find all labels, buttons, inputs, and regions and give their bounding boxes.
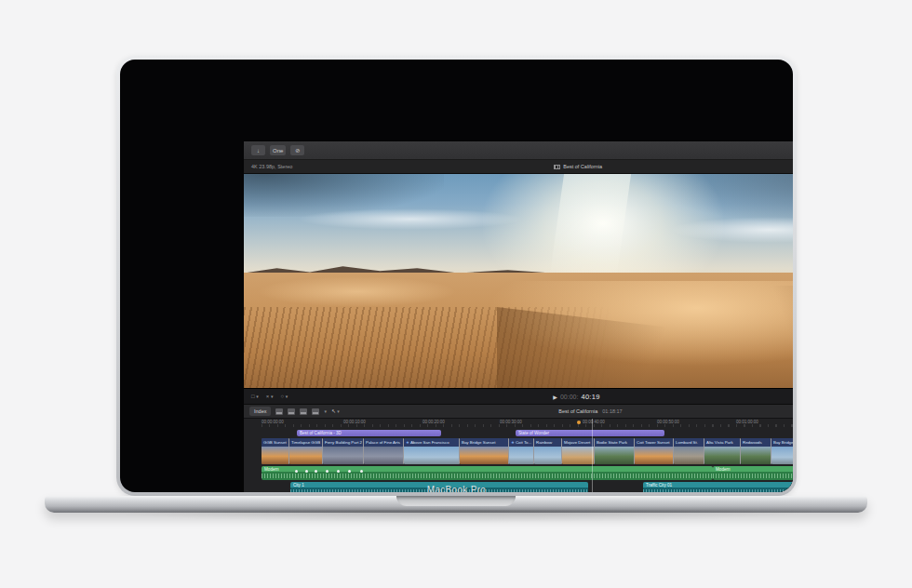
video-clip[interactable]: ★Above San Francisco xyxy=(404,438,460,464)
video-clip-name: Redwoods xyxy=(741,438,771,447)
timeline-duration: 01:18:17 xyxy=(602,408,622,414)
video-clip-name: Ferry Building Part 2 xyxy=(323,438,363,447)
video-clip-name: Bay Bridge Sunset xyxy=(460,438,508,447)
keyframe-dot[interactable] xyxy=(348,470,351,473)
insert-edit-icon[interactable] xyxy=(288,408,295,415)
transport-bar: □ ▾ × ▾ ○ ▾ ▶ 00:00:40:19 ⤢ xyxy=(244,388,793,404)
video-clip-thumbnail xyxy=(704,447,740,464)
video-clip-thumbnail xyxy=(262,447,288,464)
select-tool-menu[interactable]: ↖ ▾ xyxy=(331,408,340,414)
video-clip[interactable]: Lombard St. xyxy=(674,438,704,464)
video-clip-thumbnail xyxy=(460,447,508,464)
video-clip-name: Mojave Desert xyxy=(562,438,594,447)
video-clip-thumbnail xyxy=(771,447,793,464)
favorite-star-icon: ★ xyxy=(406,440,409,445)
tools-menu[interactable]: × ▾ xyxy=(266,394,274,399)
retime-menu[interactable]: ○ ▾ xyxy=(281,394,288,399)
playhead[interactable] xyxy=(592,419,593,492)
overwrite-edit-icon[interactable] xyxy=(312,408,319,415)
device-label: MacBook Pro xyxy=(120,485,793,492)
video-clip-thumbnail xyxy=(534,447,561,464)
import-button[interactable]: ↓ xyxy=(251,145,265,155)
video-clip-name: Coit Tower Sunset xyxy=(635,438,673,447)
video-clip-thumbnail xyxy=(323,447,363,464)
video-clip[interactable]: Alta Vista Park xyxy=(704,438,741,464)
chevron-down-icon: ▾ xyxy=(286,394,288,399)
video-clip-thumbnail xyxy=(509,447,533,464)
video-clip[interactable]: Mojave Desert xyxy=(562,438,595,464)
title-clip[interactable]: State of Wonder xyxy=(516,430,664,436)
scene-dune-highlight xyxy=(257,276,457,306)
video-clip[interactable]: Bodie State Park xyxy=(595,438,635,464)
video-clip[interactable]: Bay Bridge Sunset xyxy=(460,438,509,464)
ruler-timecode-label: 00:00:50:00 xyxy=(657,420,679,424)
timecode-hours: 00:00: xyxy=(560,394,578,400)
video-clip-thumbnail xyxy=(364,447,403,464)
chevron-down-icon: ▾ xyxy=(256,394,259,399)
video-clip[interactable]: Ferry Building Part 2 xyxy=(323,438,364,464)
music-clip-label: Modern xyxy=(713,466,793,473)
keyframe-dot[interactable] xyxy=(337,470,340,473)
title-clip[interactable]: Best of California - 3D xyxy=(297,430,441,436)
index-button[interactable]: Index xyxy=(249,407,271,416)
video-clip[interactable]: Coit Tower Sunset xyxy=(635,438,674,464)
timeline-marker-icon[interactable] xyxy=(577,421,581,424)
product-shot: ↓ One ⊘ ↑ 4K 23.98p, Stereo Best of Cali… xyxy=(0,0,912,588)
scene-dune-shadow xyxy=(736,286,793,350)
keyframe-dot[interactable] xyxy=(305,470,308,473)
app-toolbar: ↓ One ⊘ ↑ xyxy=(244,141,793,160)
chevron-down-icon: ▾ xyxy=(271,394,274,399)
clip-format-info: 4K 23.98p, Stereo xyxy=(251,164,292,169)
ruler-timecode-label: 00:00:10:00 xyxy=(343,420,366,424)
favorite-star-icon: ★ xyxy=(511,440,515,445)
music-clip[interactable]: Modern xyxy=(713,466,793,480)
timeline-body[interactable]: 00:00:00:0000:00:10:0000:00:20:0000:00:3… xyxy=(244,419,793,492)
viewer-canvas[interactable] xyxy=(244,174,793,388)
ruler-timecode-label: 00:01:00:00 xyxy=(736,420,758,424)
video-clip[interactable]: Redwoods xyxy=(741,438,771,464)
timeline-toolbar: Index ▾ ↖ ▾ Best of California 01:18:17 … xyxy=(244,404,793,419)
keyframe-dot[interactable] xyxy=(315,470,317,473)
video-clip-thumbnail xyxy=(562,447,594,464)
background-tasks-icon: ⊘ xyxy=(295,147,300,154)
floor-shadow xyxy=(84,510,828,523)
video-clip-name: Bay Bridge toward SF xyxy=(771,438,793,447)
keyframe-dot[interactable] xyxy=(295,470,298,473)
ruler-timecode-label: 00:00:00:00 xyxy=(262,420,284,424)
view-options-menu[interactable]: □ ▾ xyxy=(251,394,259,399)
video-clip[interactable]: Rainbow xyxy=(534,438,562,464)
viewer-header: 4K 23.98p, Stereo Best of California 100… xyxy=(244,160,793,174)
ruler-timecode-label: 00:00:20:00 xyxy=(422,420,445,424)
macbook-lid: ↓ One ⊘ ↑ 4K 23.98p, Stereo Best of Cali… xyxy=(116,56,797,496)
video-clip[interactable]: Bay Bridge toward SF xyxy=(771,438,793,464)
connect-edit-icon[interactable] xyxy=(275,408,283,415)
chevron-down-icon: ▾ xyxy=(324,408,327,414)
video-clip-thumbnail xyxy=(741,447,771,464)
video-clip-name: GGB Sunset xyxy=(262,438,288,447)
scene-sand-ripples xyxy=(244,307,610,388)
video-clip-name: Rainbow xyxy=(534,438,561,447)
play-icon[interactable]: ▶ xyxy=(553,394,557,400)
viewer-title-group: Best of California xyxy=(292,164,793,169)
timeline-project-title: Best of California xyxy=(558,408,597,414)
keyframe-dot[interactable] xyxy=(360,470,363,473)
video-clip-name: Palace of Fine Arts xyxy=(364,438,403,447)
video-clip[interactable]: Palace of Fine Arts xyxy=(364,438,404,464)
screen-bezel: ↓ One ⊘ ↑ 4K 23.98p, Stereo Best of Cali… xyxy=(120,60,793,492)
music-clip-label: Modern xyxy=(262,466,713,473)
chevron-down-icon: ▾ xyxy=(337,408,340,414)
music-clip[interactable]: Modern xyxy=(262,466,713,480)
ruler-timecode-label: 00:00:40:00 xyxy=(577,420,605,424)
video-clip-thumbnail xyxy=(289,447,322,464)
append-edit-icon[interactable] xyxy=(300,408,307,415)
video-clip[interactable]: Timelapse GGB xyxy=(289,438,323,464)
workspace-one-button[interactable]: One xyxy=(270,145,286,155)
video-clip-name: Alta Vista Park xyxy=(704,438,740,447)
background-tasks-button[interactable]: ⊘ xyxy=(290,145,304,155)
import-icon: ↓ xyxy=(257,148,260,154)
video-clip[interactable]: ★Coit To... xyxy=(509,438,534,464)
video-clip[interactable]: GGB Sunset xyxy=(262,438,289,464)
video-clip-thumbnail xyxy=(404,447,459,464)
video-clip-name: ★Coit To... xyxy=(509,438,533,447)
keyframe-dot[interactable] xyxy=(326,470,329,473)
